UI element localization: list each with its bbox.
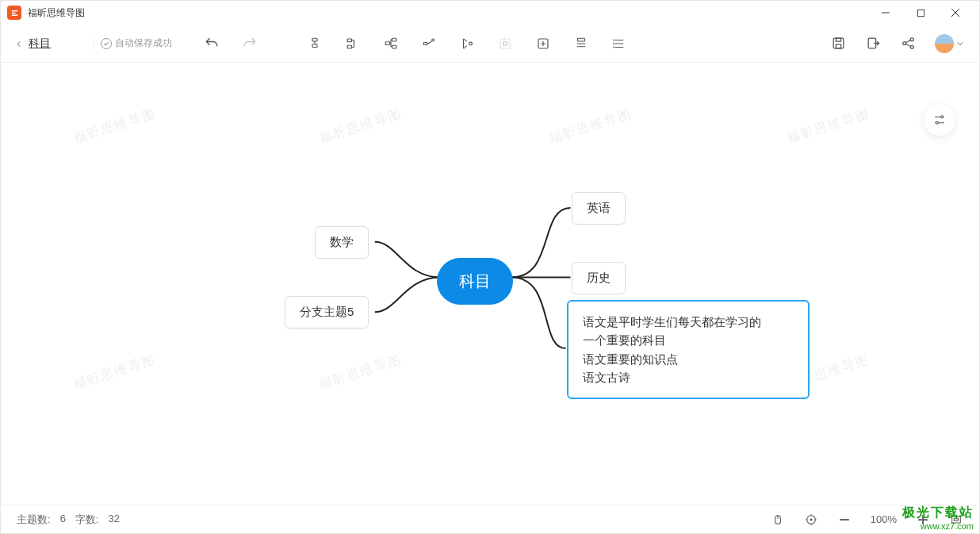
svg-point-26 — [936, 121, 939, 124]
child-topic-icon[interactable] — [383, 36, 399, 52]
node-selected[interactable]: 语文是平时学生们每天都在学习的 一个重要的科目 语文重要的知识点 语文古诗 — [567, 300, 810, 399]
zoom-out[interactable] — [837, 513, 852, 527]
titlebar: 福昕思维导图 — [1, 1, 979, 25]
insert-icon[interactable] — [535, 36, 551, 52]
svg-rect-7 — [392, 45, 396, 48]
svg-point-17 — [614, 47, 614, 48]
word-count: 32 — [108, 513, 119, 527]
watermark: 福昕思维导图 — [317, 352, 404, 394]
export-icon[interactable] — [865, 36, 881, 52]
watermark: 福昕思维导图 — [317, 106, 404, 148]
selected-line4: 语文古诗 — [583, 368, 794, 386]
svg-rect-1 — [312, 38, 317, 41]
svg-rect-12 — [503, 41, 507, 45]
link-icon[interactable] — [421, 36, 437, 52]
window-close[interactable] — [938, 2, 973, 24]
svg-rect-19 — [836, 38, 840, 41]
back-icon[interactable]: ‹ — [17, 36, 21, 51]
style-icon[interactable] — [573, 36, 589, 52]
app-icon — [7, 6, 21, 20]
topic-count: 6 — [60, 513, 66, 527]
avatar — [935, 34, 954, 53]
settings-fab[interactable] — [924, 104, 955, 136]
svg-rect-18 — [833, 38, 844, 48]
node-left-1[interactable]: 数学 — [315, 226, 369, 259]
canvas[interactable]: 福昕思维导图 福昕思维导图 福昕思维导图 福昕思维导图 福昕思维导图 福昕思维导… — [1, 63, 979, 505]
watermark: 福昕思维导图 — [785, 106, 871, 148]
svg-point-10 — [469, 42, 473, 45]
topic-label: 主题数: — [17, 513, 51, 527]
sibling-topic-icon[interactable] — [345, 36, 361, 52]
node-left-2[interactable]: 分支主题5 — [285, 296, 369, 328]
window-maximize[interactable] — [903, 2, 938, 24]
svg-rect-11 — [500, 39, 510, 48]
selected-line2: 一个重要的科目 — [583, 331, 794, 349]
svg-point-29 — [810, 519, 812, 521]
svg-rect-3 — [348, 39, 352, 42]
toolbar: ‹ 科目 自动保存成功 — [1, 25, 979, 63]
share-icon[interactable] — [900, 36, 916, 52]
svg-rect-4 — [348, 45, 352, 48]
attribution: 极光下载站 www.xz7.com — [902, 505, 974, 531]
locate-icon[interactable] — [804, 513, 818, 527]
svg-rect-2 — [312, 44, 317, 47]
center-node[interactable]: 科目 — [437, 258, 513, 305]
chevron-down-icon — [957, 40, 963, 47]
redo-icon[interactable] — [242, 36, 258, 52]
svg-point-16 — [614, 43, 614, 44]
svg-rect-6 — [392, 38, 396, 41]
watermark: 福昕思维导图 — [547, 106, 634, 148]
check-icon — [101, 38, 112, 49]
zoom-level: 100% — [871, 513, 897, 525]
svg-point-25 — [941, 116, 944, 118]
boundary-icon[interactable] — [497, 36, 513, 52]
node-right-2[interactable]: 历史 — [572, 262, 626, 294]
summary-icon[interactable] — [459, 36, 475, 52]
undo-icon[interactable] — [204, 36, 220, 52]
svg-rect-8 — [424, 42, 428, 44]
breadcrumb[interactable]: ‹ 科目 — [17, 36, 51, 51]
window-minimize[interactable] — [868, 2, 903, 24]
sliders-icon — [932, 113, 947, 127]
svg-point-9 — [432, 39, 434, 41]
svg-rect-20 — [836, 44, 840, 48]
watermark: 福昕思维导图 — [71, 106, 158, 148]
mouse-mode-icon[interactable] — [771, 513, 785, 527]
user-menu[interactable] — [935, 34, 963, 53]
doc-name[interactable]: 科目 — [29, 36, 51, 51]
save-icon[interactable] — [830, 36, 846, 52]
svg-point-15 — [614, 40, 614, 40]
svg-rect-14 — [578, 38, 585, 41]
subtopic-icon[interactable] — [307, 36, 323, 52]
selected-line1: 语文是平时学生们每天都在学习的 — [583, 313, 794, 331]
save-status-text: 自动保存成功 — [115, 36, 172, 50]
node-right-1[interactable]: 英语 — [572, 192, 626, 225]
svg-rect-5 — [386, 41, 390, 44]
svg-rect-0 — [917, 10, 924, 16]
statusbar: 主题数: 6 字数: 32 100% — [1, 505, 979, 533]
app-title: 福昕思维导图 — [28, 6, 868, 20]
outline-icon[interactable] — [611, 36, 627, 52]
watermark: 福昕思维导图 — [71, 352, 158, 394]
word-label: 字数: — [75, 513, 99, 527]
selected-line3: 语文重要的知识点 — [583, 350, 794, 368]
save-status: 自动保存成功 — [94, 36, 172, 50]
